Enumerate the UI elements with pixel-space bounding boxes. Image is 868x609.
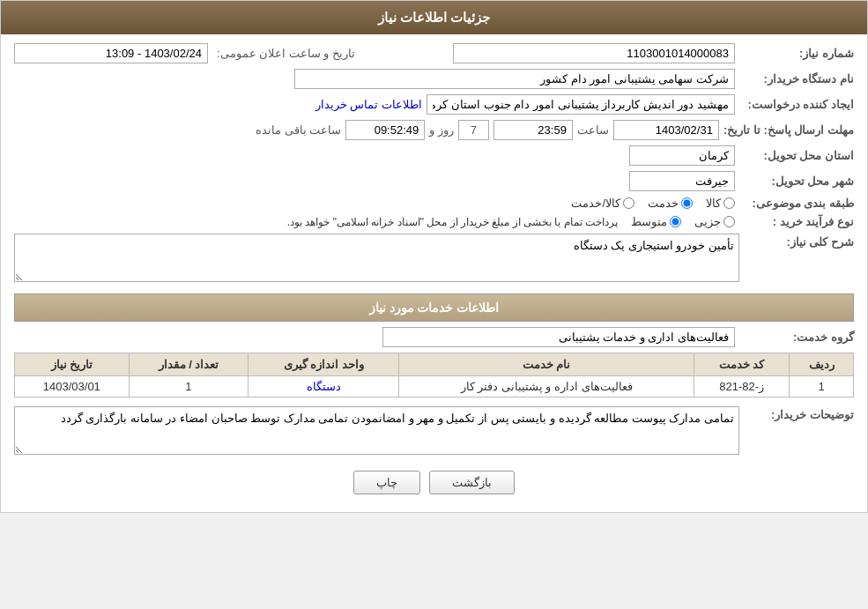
cell-vahed: دستگاه [249, 376, 399, 397]
rooz-value-label: 7 [458, 120, 489, 140]
shahr-input[interactable] [629, 171, 735, 191]
tarikh-pasokh-input[interactable] [613, 120, 719, 140]
tawzih-content [14, 406, 739, 457]
grohe-khedmat-label: گروه خدمت: [739, 330, 854, 344]
rooz-label: روز و [429, 123, 454, 137]
sharh-koli-row: شرح کلی نیاز: [14, 234, 854, 285]
tabaqe-kala-khedmat-radio[interactable] [623, 197, 634, 209]
tabaqe-khedmat-label: خدمت [648, 197, 679, 210]
cell-radif: 1 [790, 376, 854, 397]
saat-pasokh-input[interactable] [493, 120, 573, 140]
farayand-note: پرداخت تمام یا بخشی از مبلغ خریدار از مح… [287, 216, 618, 228]
col-vahed: واحد اندازه گیری [249, 353, 399, 376]
tabaqe-khedmat-radio[interactable] [681, 197, 693, 209]
noe-farayand-row: نوع فرآیند خرید : جزیی متوسط پرداخت تمام… [14, 215, 854, 228]
tabaqe-khedmat-item: خدمت [648, 197, 693, 210]
nam-dastgah-row: نام دستگاه خریدار: [14, 69, 854, 89]
tabaqe-row: طبقه بندی موضوعی: کالا خدمت کالا/خدمت [14, 197, 854, 210]
farayand-motavasset-radio[interactable] [670, 216, 681, 227]
col-tarikh: تاریخ نیاز [15, 353, 130, 376]
sharh-koli-label-col: شرح کلی نیاز: [739, 234, 854, 249]
tarikh-elan-label: تاریخ و ساعت اعلان عمومی: [217, 47, 355, 60]
noe-farayand-radio-group: جزیی متوسط [631, 215, 735, 228]
tawzih-textarea[interactable] [14, 406, 739, 455]
tabaqe-kala-label: کالا [706, 197, 721, 210]
back-button[interactable]: بازگشت [429, 471, 515, 494]
shahr-label: شهر محل تحویل: [739, 175, 854, 188]
page-header: جزئیات اطلاعات نیاز [1, 1, 867, 34]
mohlat-label: مهلت ارسال پاسخ: تا تاریخ: [723, 123, 854, 137]
ejad-konande-input[interactable] [427, 94, 735, 115]
nam-dastgah-label: نام دستگاه خریدار: [739, 72, 854, 85]
saat-label: ساعت [577, 123, 609, 137]
farayand-jazee-radio[interactable] [723, 216, 735, 227]
tarikh-elan-input[interactable] [14, 43, 208, 63]
page-title: جزئیات اطلاعات نیاز [378, 10, 490, 25]
sharh-koli-content [14, 234, 739, 285]
farayand-motavasset-item: متوسط [631, 215, 681, 228]
saat-baqi-input[interactable] [345, 120, 425, 140]
nam-dastgah-input[interactable] [294, 69, 735, 89]
col-tedad: تعداد / مقدار [129, 353, 249, 376]
col-nam: نام خدمت [399, 353, 694, 376]
mohlat-row: مهلت ارسال پاسخ: تا تاریخ: ساعت 7 روز و … [14, 120, 854, 140]
tabaqe-kala-khedmat-label: کالا/خدمت [571, 197, 620, 210]
cell-tedad: 1 [129, 376, 249, 397]
tabaqe-radio-group: کالا خدمت کالا/خدمت [571, 197, 735, 210]
ejad-konande-label: ایجاد کننده درخواست: [739, 98, 854, 111]
tabaqe-kala-item: کالا [706, 197, 735, 210]
shomare-niaz-row: شماره نیاز: تاریخ و ساعت اعلان عمومی: [14, 43, 854, 63]
sharh-koli-textarea[interactable] [14, 234, 739, 282]
tabaqe-kala-khedmat-item: کالا/خدمت [571, 197, 634, 210]
shahr-row: شهر محل تحویل: [14, 171, 854, 191]
ostan-row: استان محل تحویل: [14, 145, 854, 166]
ostan-input[interactable] [629, 145, 735, 166]
ejad-konande-link[interactable]: اطلاعات تماس خریدار [315, 98, 422, 111]
tawzih-label-col: توضیحات خریدار: [739, 406, 854, 421]
sharh-koli-label: شرح کلی نیاز: [786, 235, 854, 249]
col-kod: کد خدمت [694, 353, 790, 376]
cell-tarikh: 1403/03/01 [15, 376, 130, 397]
print-button[interactable]: چاپ [353, 471, 420, 494]
saat-baqi-label: ساعت باقی مانده [256, 123, 341, 137]
shomare-niaz-input[interactable] [453, 43, 735, 63]
cell-kod: ز-82-821 [694, 376, 790, 397]
shomare-niaz-label: شماره نیاز: [739, 47, 854, 60]
col-radif: ردیف [790, 353, 854, 376]
ostan-label: استان محل تحویل: [739, 149, 854, 162]
table-row: 1 ز-82-821 فعالیت‌های اداره و پشتیبانی د… [15, 376, 854, 397]
services-section-title: اطلاعات خدمات مورد نیاز [369, 301, 500, 315]
button-row: بازگشت چاپ [14, 471, 854, 494]
farayand-jazee-item: جزیی [694, 215, 735, 228]
tawzih-label: توضیحات خریدار: [771, 408, 854, 421]
table-header-row: ردیف کد خدمت نام خدمت واحد اندازه گیری ت… [15, 353, 854, 376]
tabaqe-kala-radio[interactable] [723, 197, 735, 209]
tawzih-row: توضیحات خریدار: [14, 406, 854, 457]
grohe-khedmat-input[interactable] [382, 327, 735, 347]
noe-farayand-label: نوع فرآیند خرید : [739, 215, 854, 228]
cell-nam: فعالیت‌های اداره و پشتیبانی دفتر کار [399, 376, 694, 397]
ejad-konande-row: ایجاد کننده درخواست: اطلاعات تماس خریدار [14, 94, 854, 115]
page-container: جزئیات اطلاعات نیاز شماره نیاز: تاریخ و … [0, 0, 868, 513]
tabaqe-label: طبقه بندی موضوعی: [739, 197, 854, 210]
farayand-jazee-label: جزیی [694, 215, 721, 228]
farayand-motavasset-label: متوسط [631, 215, 667, 228]
grohe-khedmat-row: گروه خدمت: [14, 327, 854, 347]
services-table: ردیف کد خدمت نام خدمت واحد اندازه گیری ت… [14, 353, 854, 397]
content-area: شماره نیاز: تاریخ و ساعت اعلان عمومی: نا… [1, 34, 867, 512]
services-section-header: اطلاعات خدمات مورد نیاز [14, 293, 854, 322]
vahed-link[interactable]: دستگاه [307, 380, 341, 393]
